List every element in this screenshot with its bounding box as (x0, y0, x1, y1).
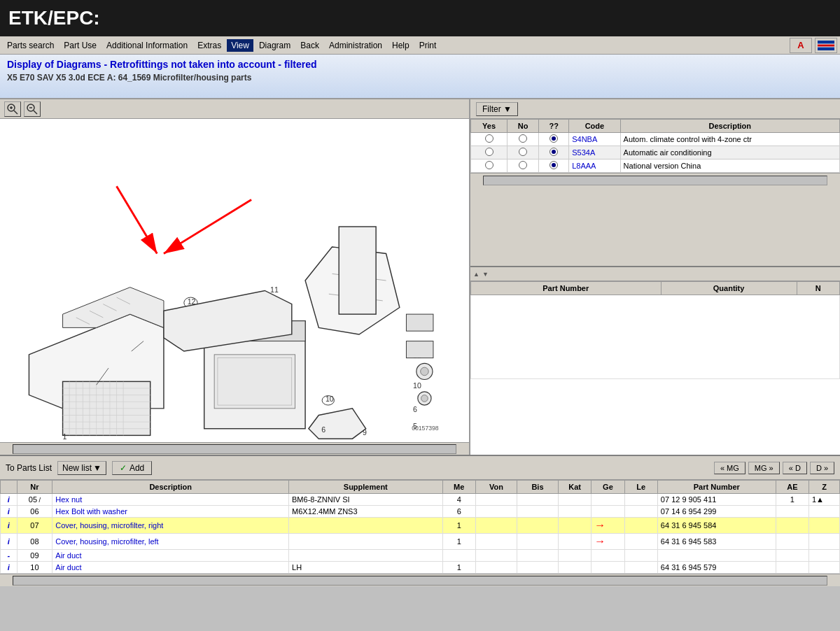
add-button[interactable]: ✓ Add (112, 461, 152, 475)
cell-ae (776, 562, 808, 574)
cell-desc[interactable]: Hex nut (52, 494, 289, 506)
cell-desc[interactable]: Hex Bolt with washer (52, 506, 289, 518)
cell-desc[interactable]: Air duct (52, 562, 289, 574)
subtitle-bold: 64_1569 Microfilter/housing parts (118, 73, 252, 83)
menu-view[interactable]: View (227, 39, 253, 52)
cell-supplement (289, 518, 443, 534)
radio-yes-2[interactable] (471, 146, 507, 159)
cell-kat (559, 494, 592, 506)
nav-d-next-button[interactable]: D » (810, 462, 834, 474)
table-row[interactable]: i 07 Cover, housing, microfilter, right … (1, 518, 840, 534)
radio-no-2[interactable] (507, 146, 539, 159)
filter-scroll-area[interactable] (470, 173, 840, 187)
cell-ge: → (592, 518, 624, 534)
diagram-scrollbar[interactable] (13, 444, 456, 454)
code-3[interactable]: L8AAA (569, 159, 620, 173)
cell-bis (517, 506, 558, 518)
cell-partnumber: 64 31 6 945 584 (657, 518, 776, 534)
radio-no-1[interactable] (507, 133, 539, 146)
new-list-button[interactable]: New list ▼ (57, 461, 106, 475)
bottom-scrollbar[interactable] (13, 576, 827, 586)
table-row[interactable]: i 10 Air duct LH 1 64 31 6 945 579 (1, 562, 840, 574)
cell-z (809, 518, 840, 534)
page-title: Display of Diagrams - Retrofittings not … (7, 59, 833, 70)
filter-table: Yes No ?? Code Description S4NBA Autom. … (470, 119, 840, 173)
menu-back[interactable]: Back (296, 39, 323, 52)
zoom-in-button[interactable] (4, 101, 21, 117)
filter-button-label: Filter ▼ (482, 104, 512, 114)
col-no: No (507, 120, 539, 133)
menu-administration[interactable]: Administration (325, 39, 386, 52)
parts-table-wrapper: Part Number Quantity N (470, 281, 840, 455)
parts-col-n: N (797, 282, 839, 295)
menu-print[interactable]: Print (415, 39, 441, 52)
cell-supplement (289, 550, 443, 562)
radio-qq-2[interactable] (539, 146, 569, 159)
nav-mg-prev-button[interactable]: « MG (714, 462, 746, 474)
filter-dropdown-button[interactable]: Filter ▼ (476, 102, 518, 116)
flag-button[interactable] (815, 38, 837, 53)
filter-header: Filter ▼ (470, 99, 840, 119)
cell-bis (517, 494, 558, 506)
radio-yes-3[interactable] (471, 159, 507, 173)
menu-part-use[interactable]: Part Use (59, 39, 101, 52)
cell-von (475, 506, 517, 518)
menu-parts-search[interactable]: Parts search (3, 39, 58, 52)
menu-help[interactable]: Help (388, 39, 414, 52)
nav-mg-next-button[interactable]: MG » (748, 462, 780, 474)
desc-3: National version China (620, 159, 839, 173)
menu-diagram[interactable]: Diagram (255, 39, 295, 52)
cell-desc[interactable]: Cover, housing, microfilter, left (52, 534, 289, 550)
parts-table: Part Number Quantity N (470, 281, 840, 379)
parts-col-number: Part Number (471, 282, 662, 295)
zoom-out-button[interactable] (24, 101, 41, 117)
nav-buttons: « MG MG » « D D » (714, 462, 834, 474)
svg-rect-58 (214, 355, 295, 409)
filter-section: Filter ▼ Yes No ?? Code Description (470, 99, 840, 267)
cell-icon: i (1, 518, 18, 534)
col-nr: Nr (17, 481, 52, 494)
font-size-button[interactable]: A (790, 38, 812, 53)
code-1[interactable]: S4NBA (569, 133, 620, 146)
cell-ae: 1 (776, 494, 808, 506)
cell-icon: i (1, 494, 18, 506)
nav-down-icon: ▼ (482, 271, 489, 278)
cell-desc[interactable]: Air duct (52, 550, 289, 562)
desc-2: Automatic air conditioning (620, 146, 839, 159)
cell-ge: → (592, 534, 624, 550)
diagram-toolbar (0, 99, 469, 119)
code-2[interactable]: S534A (569, 146, 620, 159)
table-row[interactable]: - 09 Air duct (1, 550, 840, 562)
cell-le (624, 550, 657, 562)
radio-no-3[interactable] (507, 159, 539, 173)
diagram-scroll[interactable] (0, 442, 469, 455)
filter-scrollbar[interactable] (483, 176, 827, 185)
cell-le (624, 506, 657, 518)
cell-me: 4 (442, 494, 475, 506)
main-parts-table: Nr Description Supplement Me Von Bis Kat… (0, 480, 840, 574)
table-row[interactable]: i 08 Cover, housing, microfilter, left 1… (1, 534, 840, 550)
menu-additional-info[interactable]: Additional Information (102, 39, 192, 52)
svg-text:6: 6 (413, 405, 417, 413)
cell-ae (776, 506, 808, 518)
cell-bis (517, 550, 558, 562)
radio-qq-3[interactable] (539, 159, 569, 173)
cell-ge (592, 506, 624, 518)
menu-bar: Parts search Part Use Additional Informa… (0, 36, 840, 55)
table-row[interactable]: i 05 / Hex nut BM6-8-ZNNIV SI 4 07 12 9 … (1, 494, 840, 506)
radio-qq-1[interactable] (539, 133, 569, 146)
bottom-toolbar: To Parts List New list ▼ ✓ Add « MG MG »… (0, 456, 840, 480)
cell-z (809, 562, 840, 574)
table-row[interactable]: i 06 Hex Bolt with washer M6X12.4MM ZNS3… (1, 506, 840, 518)
radio-yes-1[interactable] (471, 133, 507, 146)
diagram-svg: 13 8 12 11 2 3 5 4 13 12 10 (0, 119, 469, 442)
cell-desc[interactable]: Cover, housing, microfilter, right (52, 518, 289, 534)
col-code: Code (569, 120, 620, 133)
col-bis: Bis (517, 481, 558, 494)
app-title: ETK/EPC: (8, 7, 100, 29)
bottom-scroll[interactable] (0, 574, 840, 586)
nav-d-prev-button[interactable]: « D (783, 462, 807, 474)
subtitle-text: X5 E70 SAV X5 3.0d ECE A: (7, 73, 118, 83)
cell-me: 6 (442, 506, 475, 518)
menu-extras[interactable]: Extras (193, 39, 225, 52)
